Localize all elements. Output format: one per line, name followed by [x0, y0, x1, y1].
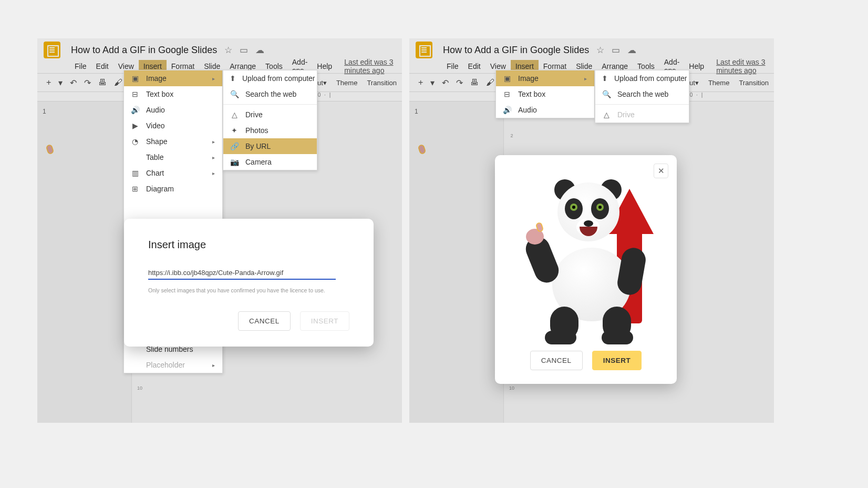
- cloud-icon[interactable]: ☁: [627, 45, 636, 56]
- theme-button[interactable]: Theme: [336, 79, 357, 87]
- transition-button[interactable]: Transition: [367, 79, 397, 87]
- image-search-web[interactable]: 🔍Search the web: [223, 86, 317, 102]
- redo-button[interactable]: ↷: [452, 76, 467, 90]
- audio-icon: 🔊: [130, 106, 140, 114]
- insert-image[interactable]: ▣Image▸: [496, 70, 594, 86]
- insert-textbox[interactable]: ⊟Text box: [496, 86, 594, 102]
- star-icon[interactable]: ☆: [596, 45, 604, 56]
- new-slide-button[interactable]: +: [43, 76, 55, 89]
- last-edit-link[interactable]: Last edit was 3 minutes ago: [344, 58, 396, 75]
- redo-button[interactable]: ↷: [80, 76, 95, 90]
- print-button[interactable]: 🖶: [95, 76, 110, 89]
- undo-button[interactable]: ↶: [66, 76, 80, 90]
- slide-thumbnail-1[interactable]: [46, 144, 55, 155]
- image-drive[interactable]: △Drive: [223, 107, 317, 123]
- image-icon: ▣: [130, 74, 140, 83]
- image-camera[interactable]: 📷Camera: [223, 154, 317, 170]
- cancel-button[interactable]: CANCEL: [238, 311, 291, 331]
- cancel-button[interactable]: CANCEL: [530, 351, 583, 370]
- move-icon[interactable]: ▭: [612, 45, 620, 56]
- upload-icon: ⬆: [230, 74, 236, 83]
- chart-icon: ▥: [130, 169, 140, 177]
- diagram-icon: ⊞: [130, 185, 140, 193]
- new-slide-dropdown[interactable]: ▾: [55, 76, 66, 90]
- audio-icon: 🔊: [502, 106, 512, 114]
- print-button[interactable]: 🖶: [467, 76, 482, 89]
- insert-placeholder: Placeholder▸: [124, 357, 222, 373]
- slide-panel: 1: [37, 101, 132, 423]
- drive-icon: △: [230, 110, 239, 119]
- insert-image-dialog: Insert image Only select images that you…: [124, 219, 374, 347]
- insert-button[interactable]: INSERT: [300, 311, 349, 331]
- slide-number: 1: [43, 108, 46, 115]
- insert-chart[interactable]: ▥Chart▸: [124, 165, 222, 181]
- image-preview: [505, 174, 666, 342]
- new-slide-button[interactable]: +: [415, 76, 427, 89]
- undo-button[interactable]: ↶: [438, 76, 452, 90]
- new-slide-dropdown[interactable]: ▾: [427, 76, 438, 90]
- dialog-hint: Only select images that you have confirm…: [148, 287, 349, 293]
- insert-audio[interactable]: 🔊Audio: [496, 102, 594, 118]
- image-submenu: ⬆Upload from computer 🔍Search the web △D…: [223, 70, 317, 170]
- slide-number: 1: [415, 108, 418, 115]
- move-icon[interactable]: ▭: [240, 45, 248, 56]
- image-upload[interactable]: ⬆Upload from computer: [223, 70, 317, 86]
- menu-file[interactable]: File: [70, 60, 91, 73]
- insert-shape[interactable]: ◔Shape▸: [124, 134, 222, 149]
- image-icon: ▣: [502, 74, 512, 83]
- slides-logo: [416, 42, 432, 58]
- cloud-icon[interactable]: ☁: [255, 45, 264, 56]
- dialog-title: Insert image: [148, 239, 349, 251]
- link-icon: 🔗: [230, 142, 239, 150]
- transition-button[interactable]: Transition: [739, 79, 769, 87]
- video-icon: ▶: [130, 121, 140, 130]
- image-url-input[interactable]: [148, 267, 336, 280]
- panda-arrow-image: [527, 179, 645, 337]
- photos-icon: ✦: [230, 126, 239, 135]
- insert-textbox[interactable]: ⊟Text box: [124, 86, 222, 102]
- insert-image[interactable]: ▣Image▸: [124, 70, 222, 86]
- search-icon: 🔍: [602, 90, 611, 98]
- image-upload[interactable]: ⬆Upload from computer: [595, 70, 689, 86]
- menu-file[interactable]: File: [442, 60, 463, 73]
- insert-button[interactable]: INSERT: [592, 351, 642, 370]
- insert-dropdown: ▣Image▸ ⊟Text box 🔊Audio: [495, 70, 595, 118]
- shape-icon: ◔: [130, 137, 140, 146]
- drive-icon: △: [602, 110, 611, 119]
- slides-logo: [44, 42, 60, 58]
- slide-panel: 1: [409, 101, 504, 423]
- menu-edit[interactable]: Edit: [463, 60, 485, 73]
- star-icon[interactable]: ☆: [224, 45, 232, 56]
- image-submenu: ⬆Upload from computer 🔍Search the web △D…: [595, 70, 689, 123]
- image-drive[interactable]: △Drive: [595, 107, 689, 123]
- slide-thumbnail-1[interactable]: [418, 144, 427, 155]
- image-photos[interactable]: ✦Photos: [223, 123, 317, 138]
- textbox-icon: ⊟: [502, 90, 512, 98]
- menu-edit[interactable]: Edit: [91, 60, 113, 73]
- insert-table[interactable]: Table▸: [124, 149, 222, 165]
- upload-icon: ⬆: [602, 74, 608, 83]
- textbox-icon: ⊟: [130, 90, 140, 98]
- insert-video[interactable]: ▶Video: [124, 118, 222, 134]
- last-edit-link[interactable]: Last edit was 3 minutes ago: [716, 58, 768, 75]
- image-by-url[interactable]: 🔗By URL: [223, 138, 317, 154]
- theme-button[interactable]: Theme: [708, 79, 729, 87]
- doc-title[interactable]: How to Add a GIF in Google Slides: [443, 45, 589, 56]
- camera-icon: 📷: [230, 158, 239, 166]
- search-icon: 🔍: [230, 90, 239, 98]
- image-search-web[interactable]: 🔍Search the web: [595, 86, 689, 102]
- insert-diagram[interactable]: ⊞Diagram: [124, 181, 222, 197]
- insert-image-preview-dialog: ✕ CANCEL INSERT: [495, 155, 677, 384]
- doc-title[interactable]: How to Add a GIF in Google Slides: [71, 45, 217, 56]
- insert-audio[interactable]: 🔊Audio: [124, 102, 222, 118]
